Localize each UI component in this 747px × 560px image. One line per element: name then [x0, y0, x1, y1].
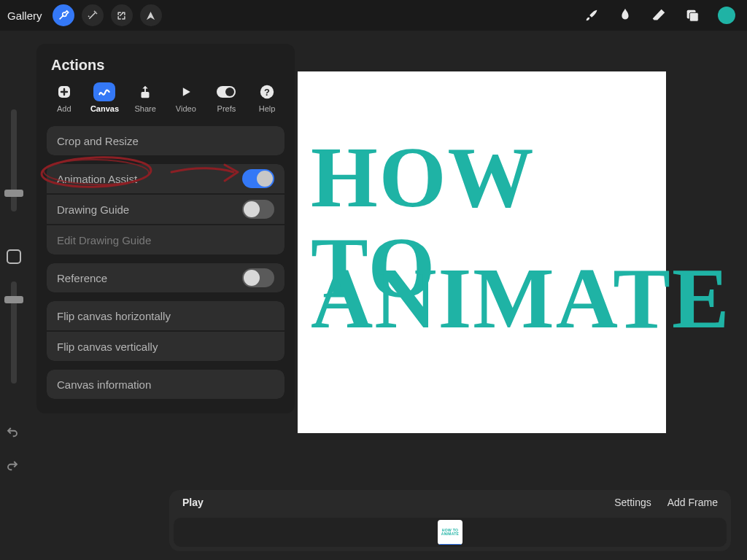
- redo-button[interactable]: [6, 459, 19, 472]
- row-label: Edit Drawing Guide: [57, 234, 151, 246]
- row-drawing-guide[interactable]: Drawing Guide: [47, 195, 285, 224]
- svg-rect-1: [689, 12, 698, 21]
- row-label: Reference: [57, 272, 107, 284]
- top-toolbar-left: Gallery: [7, 4, 162, 26]
- timeline-settings[interactable]: Settings: [614, 497, 651, 508]
- row-flip-horizontal[interactable]: Flip canvas horizontally: [47, 301, 285, 330]
- tab-help[interactable]: ? Help: [249, 82, 285, 113]
- brush-opacity-slider[interactable]: [11, 281, 17, 384]
- tab-canvas[interactable]: Canvas: [86, 82, 123, 113]
- arrow-icon: [145, 10, 156, 21]
- row-edit-drawing-guide: Edit Drawing Guide: [47, 225, 285, 254]
- row-label: Flip canvas horizontally: [57, 310, 171, 322]
- tab-share[interactable]: Share: [127, 82, 163, 113]
- share-icon: [134, 82, 156, 101]
- row-crop-resize[interactable]: Crop and Resize: [47, 126, 285, 155]
- top-toolbar-right: [584, 7, 740, 24]
- brush-tool[interactable]: [584, 7, 600, 23]
- brush-size-slider[interactable]: [11, 109, 17, 211]
- wand-icon: [87, 9, 98, 21]
- row-animation-assist[interactable]: Animation Assist: [47, 164, 285, 193]
- canvas[interactable]: HOW TO ANIMATE: [298, 71, 666, 433]
- toggle-reference[interactable]: [242, 268, 274, 287]
- tab-label: Canvas: [90, 104, 119, 113]
- row-label: Animation Assist: [57, 173, 137, 185]
- row-label: Canvas information: [57, 378, 151, 391]
- layers-icon: [684, 7, 700, 23]
- actions-title: Actions: [36, 54, 295, 82]
- top-toolbar: Gallery: [0, 0, 747, 31]
- transform-button[interactable]: [140, 4, 162, 26]
- app-root: Gallery: [0, 0, 747, 560]
- tab-label: Add: [57, 104, 71, 113]
- canvas-text-line2: ANIMATE: [311, 254, 731, 344]
- tab-add[interactable]: Add: [46, 82, 82, 113]
- layers-button[interactable]: [684, 7, 700, 23]
- eraser-icon: [651, 7, 667, 23]
- undo-redo: [6, 426, 19, 472]
- slider-thumb[interactable]: [4, 190, 23, 197]
- tab-label: Prefs: [217, 104, 236, 113]
- wrench-icon: [58, 9, 69, 21]
- brush-icon: [584, 7, 600, 23]
- play-icon: [175, 82, 197, 101]
- frame-thumb-1[interactable]: HOW TO ANIMATE: [438, 520, 462, 545]
- tab-video[interactable]: Video: [168, 82, 204, 113]
- tab-label: Help: [259, 104, 276, 113]
- row-flip-vertical[interactable]: Flip canvas vertically: [47, 332, 285, 361]
- toggle-drawing-guide[interactable]: [242, 200, 274, 219]
- side-sliders: [3, 109, 25, 413]
- undo-button[interactable]: [6, 426, 19, 439]
- selection-button[interactable]: [111, 4, 133, 26]
- eraser-tool[interactable]: [651, 7, 667, 23]
- canvas-icon: [93, 82, 115, 101]
- prefs-icon: [215, 82, 237, 101]
- slider-thumb[interactable]: [4, 296, 23, 303]
- actions-tabs: Add Canvas Share Video: [36, 82, 295, 119]
- row-label: Flip canvas vertically: [57, 341, 158, 353]
- help-icon: ?: [256, 82, 278, 101]
- row-label: Drawing Guide: [57, 203, 129, 216]
- actions-panel: Actions Add Canvas Share: [36, 44, 295, 413]
- tab-prefs[interactable]: Prefs: [208, 82, 244, 113]
- modify-button[interactable]: [7, 249, 21, 264]
- tab-label: Share: [134, 104, 155, 113]
- svg-point-5: [225, 88, 234, 96]
- thumb-line2: ANIMATE: [441, 532, 460, 536]
- timeline-add-frame[interactable]: Add Frame: [667, 497, 718, 508]
- timeline-play[interactable]: Play: [182, 497, 204, 508]
- smudge-icon: [617, 7, 633, 23]
- tab-label: Video: [176, 104, 196, 113]
- gallery-link[interactable]: Gallery: [7, 9, 42, 22]
- timeline-track[interactable]: HOW TO ANIMATE: [174, 518, 727, 547]
- smudge-tool[interactable]: [617, 7, 633, 23]
- select-icon: [116, 10, 127, 21]
- actions-button[interactable]: [53, 4, 74, 26]
- toggle-animation-assist[interactable]: [242, 169, 274, 188]
- row-canvas-information[interactable]: Canvas information: [47, 370, 285, 399]
- adjustments-button[interactable]: [82, 4, 104, 26]
- animation-timeline: Play Settings Add Frame HOW TO ANIMATE: [169, 490, 731, 551]
- canvas-menu: Crop and Resize Animation Assist Drawing…: [36, 119, 295, 399]
- row-label: Crop and Resize: [57, 135, 139, 147]
- add-icon: [53, 82, 75, 101]
- color-swatch[interactable]: [718, 7, 735, 24]
- row-reference[interactable]: Reference: [47, 263, 285, 292]
- svg-rect-3: [142, 92, 150, 98]
- svg-text:?: ?: [264, 87, 270, 98]
